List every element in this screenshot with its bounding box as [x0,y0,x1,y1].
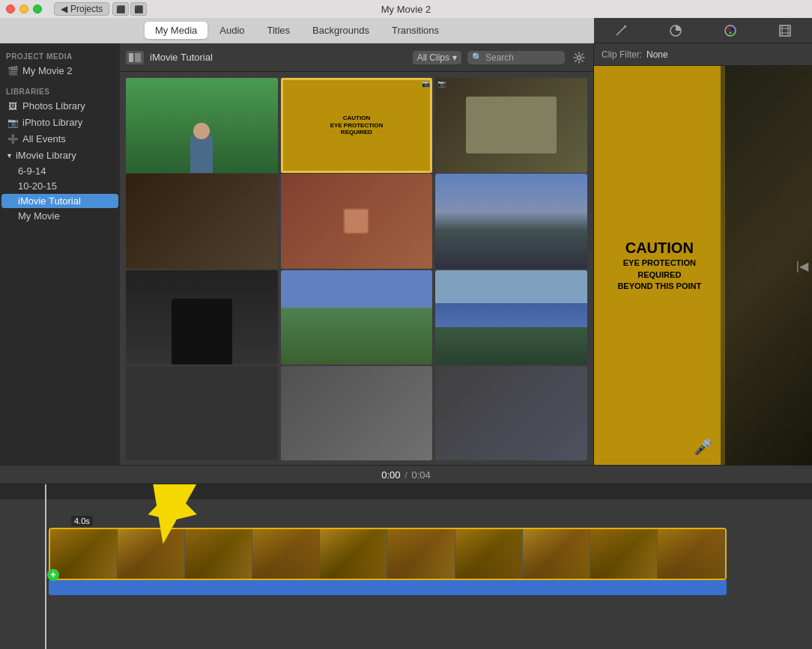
dropdown-arrow-icon: ▾ [452,52,457,63]
clip-filter-bar: Clip Filter: None [594,43,812,66]
tab-backgrounds[interactable]: Backgrounds [302,22,380,39]
color-button[interactable] [665,20,686,41]
clip-frame-6 [387,529,455,579]
maximize-button[interactable] [33,4,42,13]
sidebar-item-my-movie[interactable]: My Movie [1,209,118,223]
sidebar-item-imovie-tutorial[interactable]: iMovie Tutorial [1,194,118,208]
media-thumb-1[interactable] [126,78,278,173]
right-panel: Clip Filter: None CAUTION EYE PROTECTION… [594,43,812,465]
clip-frame-2 [118,529,185,579]
clip-frame-4 [252,529,320,579]
media-thumb-12[interactable] [435,366,587,461]
search-input[interactable] [485,52,553,63]
photos-icon: 🖼 [7,101,18,112]
search-icon: 🔍 [472,52,482,62]
window-title: My Movie 2 [381,4,431,15]
clip-frame-9 [590,529,658,579]
media-thumb-6[interactable] [435,174,587,269]
traffic-lights [6,4,42,13]
clip-frame-10 [658,529,725,579]
svg-rect-13 [129,53,133,62]
clip-frame-7 [455,529,523,579]
tab-transitions[interactable]: Transitions [381,22,449,39]
sidebar-item-all-events[interactable]: ➕ All Events [1,131,118,147]
media-thumb-3[interactable]: 📷 [435,78,587,173]
timecode-display: 0:00 / 0:04 [381,469,431,481]
right-edge-control[interactable]: |◀ [796,258,808,272]
app-wrapper: ◀ Projects ⬛ ⬛ My Movie 2 My Media Audio… [0,0,812,649]
tab-my-media[interactable]: My Media [145,22,207,39]
preview-video: CAUTION EYE PROTECTIONREQUIREDBEYOND THI… [594,66,812,465]
crop-button[interactable] [775,20,796,41]
close-button[interactable] [6,4,15,13]
media-thumb-7[interactable] [126,270,278,365]
projects-button[interactable]: ◀ Projects [54,2,109,16]
settings-button[interactable] [571,49,587,66]
media-thumb-9[interactable] [435,270,587,365]
magic-wand-button[interactable] [610,20,631,41]
back-chevron-icon: ◀ [61,4,67,14]
svg-line-0 [616,28,624,35]
clip-frame-1 [50,529,118,579]
libraries-label: LIBRARIES [0,85,120,97]
timeline-clip[interactable] [49,528,727,580]
svg-point-4 [725,25,736,36]
clip-frame-3 [185,529,252,579]
clip-filter-value: None [646,49,668,60]
timeline-ruler [0,484,812,499]
toolbar: My Media Audio Titles Backgrounds Transi… [0,18,594,43]
film-icon: 🎬 [7,66,18,76]
sidebar-item-photos-library[interactable]: 🖼 Photos Library [1,98,118,114]
svg-rect-8 [780,25,790,36]
add-to-timeline-icon[interactable]: + [47,569,59,581]
palette-button[interactable] [720,20,741,41]
media-thumb-11[interactable] [281,366,433,461]
toolbar-row: My Media Audio Titles Backgrounds Transi… [0,18,812,43]
nav-back-icon: ⬛ [116,5,125,13]
media-thumb-5[interactable] [281,174,433,269]
svg-point-6 [731,28,733,30]
sidebar-item-6-9-14[interactable]: 6-9-14 [1,164,118,178]
nav-forward-button[interactable]: ⬛ [130,2,147,16]
media-grid: CAUTIONEYE PROTECTIONREQUIRED 📷 📷 [120,72,593,465]
iphoto-icon: 📷 [7,118,18,128]
left-panel-content: PROJECT MEDIA 🎬 My Movie 2 LIBRARIES 🖼 P… [0,43,594,465]
media-browser-title: iMovie Tutorial [150,52,407,63]
playhead [45,484,46,649]
svg-rect-14 [135,53,141,62]
minimize-button[interactable] [19,4,28,13]
left-panel: PROJECT MEDIA 🎬 My Movie 2 LIBRARIES 🖼 P… [0,43,594,465]
tab-audio[interactable]: Audio [209,22,255,39]
clip-frame-8 [523,529,590,579]
sidebar-item-iphoto-library[interactable]: 📷 iPhoto Library [1,115,118,130]
svg-point-7 [729,31,731,34]
panel-toggle-button[interactable] [126,51,144,64]
media-browser: iMovie Tutorial All Clips ▾ 🔍 [120,43,594,465]
media-browser-header: iMovie Tutorial All Clips ▾ 🔍 [120,43,593,72]
media-thumb-10[interactable] [126,366,278,461]
middle-section: PROJECT MEDIA 🎬 My Movie 2 LIBRARIES 🖼 P… [0,43,812,465]
nav-back-button[interactable]: ⬛ [112,2,129,16]
media-thumb-8[interactable] [281,270,433,365]
media-thumb-4[interactable] [126,174,278,269]
clip-frame-5 [320,529,387,579]
clip-filter-label: Clip Filter: [602,49,642,60]
svg-point-15 [578,55,581,59]
sidebar-item-10-20-15[interactable]: 10-20-15 [1,179,118,193]
timeline: 4.0s + [0,484,812,649]
nav-buttons: ◀ Projects ⬛ ⬛ [54,2,147,16]
triangle-down-icon: ▼ [6,152,13,159]
sidebar: PROJECT MEDIA 🎬 My Movie 2 LIBRARIES 🖼 P… [0,43,120,465]
audio-bar [49,580,727,595]
media-thumb-2[interactable]: CAUTIONEYE PROTECTIONREQUIRED 📷 [281,78,433,173]
preview-toolbar [594,18,812,43]
imovie-library-group[interactable]: ▼ iMovie Library [0,147,120,163]
tab-titles[interactable]: Titles [257,22,301,39]
clip-filter-dropdown[interactable]: All Clips ▾ [413,51,461,64]
svg-point-5 [727,28,729,30]
timecode-bar: 0:00 / 0:04 [0,465,812,484]
title-bar: ◀ Projects ⬛ ⬛ My Movie 2 [0,0,812,18]
sidebar-item-my-movie[interactable]: 🎬 My Movie 2 [1,63,118,79]
nav-arrows: ⬛ ⬛ [112,2,147,16]
clip-duration-label: 4.0s [71,516,93,526]
